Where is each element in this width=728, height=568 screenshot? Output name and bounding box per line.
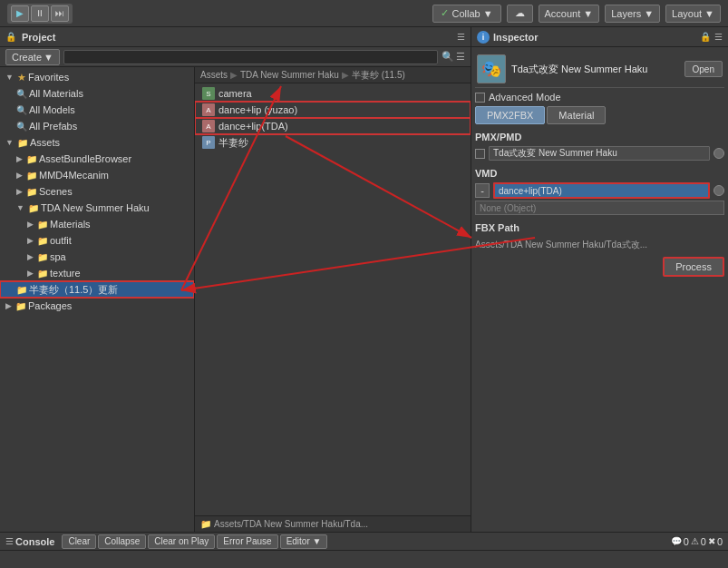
error-pause-button[interactable]: Error Pause — [217, 534, 277, 549]
file-status-bar: 📁 Assets/TDA New Summer Haku/Tda... — [195, 515, 471, 532]
create-button[interactable]: Create ▼ — [5, 49, 60, 65]
layers-button[interactable]: Layers ▼ — [605, 5, 660, 23]
cloud-button[interactable]: ☁ — [507, 5, 533, 23]
favorites-star-icon: ★ — [17, 72, 26, 83]
layout-dropdown-icon: ▼ — [704, 8, 714, 19]
all-prefabs-item[interactable]: 🔍 All Prefabs — [0, 118, 194, 134]
open-button[interactable]: Open — [684, 61, 723, 77]
error-count: ✖ 0 — [708, 536, 723, 547]
assets-arrow: ▼ — [5, 138, 14, 147]
mmd4mecanim-item[interactable]: ▶ 📁 MMD4Mecanim — [0, 167, 194, 183]
tda-folder-icon: 📁 — [28, 203, 39, 213]
project-header: 🔒 Project ☰ — [0, 27, 471, 47]
fbx-path-value: Assets/TDA New Summer Haku/Tda式改... — [475, 237, 724, 253]
editor-button[interactable]: Editor ▼ — [280, 534, 328, 549]
vmd-input[interactable]: dance+lip(TDA) — [493, 182, 710, 199]
clear-on-play-button[interactable]: Clear on Play — [148, 534, 215, 549]
file-dance-tda[interactable]: A dance+lip(TDA) — [195, 118, 471, 134]
checkmark-icon: ✓ — [441, 7, 449, 19]
spa-folder-icon: 📁 — [37, 252, 48, 262]
advanced-mode-row: Advanced Mode — [475, 92, 724, 103]
assets-section[interactable]: ▼ 📁 Assets — [0, 134, 194, 151]
console-status-icons: 💬 0 ⚠ 0 ✖ 0 — [671, 536, 723, 547]
packages-section[interactable]: ▶ 📁 Packages — [0, 298, 194, 314]
file-dance-yuzao[interactable]: A dance+lip (yuzao) — [195, 102, 471, 118]
pmx-field-row: Tda式改変 New Summer Haku — [475, 146, 724, 161]
vmd-section: VMD - dance+lip(TDA) None (Object) — [475, 168, 724, 215]
console-buttons: Clear Collapse Clear on Play Error Pause… — [62, 534, 327, 549]
breadcrumb: Assets ▶ TDA New Summer Haku ▶ 半妻纱 (11.5… — [195, 67, 471, 83]
fbx-section-header: FBX Path — [475, 222, 724, 233]
inspector-menu-icon[interactable]: ☰ — [714, 32, 723, 42]
file-camera[interactable]: S camera — [195, 85, 471, 102]
search-sm-icon2: 🔍 — [16, 105, 27, 115]
account-button[interactable]: Account ▼ — [539, 5, 600, 23]
project-options-icon[interactable]: ☰ — [457, 32, 465, 42]
all-models-item[interactable]: 🔍 All Models — [0, 102, 194, 118]
editor-dropdown-icon: ▼ — [313, 536, 322, 546]
assetbundlebrowser-item[interactable]: ▶ 📁 AssetBundleBrowser — [0, 151, 194, 167]
fbx-section: FBX Path Assets/TDA New Summer Haku/Tda式… — [475, 222, 724, 277]
warning-count: ⚠ 0 — [691, 536, 706, 547]
message-count: 💬 0 — [671, 536, 689, 547]
texture-folder-icon: 📁 — [37, 269, 48, 279]
layout-button[interactable]: Layout ▼ — [665, 5, 721, 23]
vmd-row: - dance+lip(TDA) — [475, 182, 724, 199]
search-sm-icon: 🔍 — [16, 89, 27, 99]
create-dropdown-icon: ▼ — [44, 52, 53, 63]
materials-item[interactable]: ▶ 📁 Materials — [0, 216, 194, 232]
account-dropdown-icon: ▼ — [583, 8, 593, 19]
tab-pmx2fbx[interactable]: PMX2FBX — [475, 106, 545, 124]
project-title: Project — [22, 32, 55, 43]
inspector-object-header: 🎭 Tda式改変 New Summer Haku Open — [475, 51, 724, 88]
assetbundle-folder-icon: 📁 — [26, 154, 37, 164]
file-status-icon: 📁 — [200, 519, 211, 529]
outfit-item[interactable]: ▶ 📁 outfit — [0, 232, 194, 249]
process-button[interactable]: Process — [663, 257, 724, 277]
packages-folder-icon: 📁 — [15, 301, 26, 311]
error-icon: ✖ — [708, 536, 715, 546]
anim-icon: A — [202, 103, 215, 116]
vmd-section-header: VMD — [475, 168, 724, 179]
object-icon: 🎭 — [477, 54, 506, 83]
file-list: S camera A dance+lip (yuzao) A dance+lip… — [195, 83, 471, 515]
spa-item[interactable]: ▶ 📁 spa — [0, 249, 194, 265]
advanced-mode-checkbox[interactable] — [475, 93, 485, 103]
search-input[interactable] — [63, 50, 438, 64]
dropdown-arrow-icon: ▼ — [483, 8, 493, 19]
vmd-dot-button[interactable] — [713, 185, 724, 196]
inspector-lock-icon[interactable]: 🔒 — [700, 32, 711, 42]
file-hansakusha[interactable]: P 半妻纱 — [195, 134, 471, 151]
collab-button[interactable]: ✓ Collab ▼ — [432, 5, 500, 23]
vmd-minus-button[interactable]: - — [475, 183, 490, 198]
tda-item[interactable]: ▼ 📁 TDA New Summer Haku — [0, 200, 194, 216]
message-icon: 💬 — [671, 536, 682, 546]
all-materials-item[interactable]: 🔍 All Materials — [0, 85, 194, 102]
pmx-dot-button[interactable] — [713, 148, 724, 159]
hansakusha-item[interactable]: 📁 半妻纱（11.5）更新 — [0, 281, 194, 298]
scenes-item[interactable]: ▶ 📁 Scenes — [0, 183, 194, 200]
search-icon[interactable]: 🔍 — [442, 51, 454, 63]
object-name: Tda式改変 New Summer Haku — [511, 63, 679, 76]
favorites-section[interactable]: ▼ ★ Favorites — [0, 69, 194, 85]
warning-icon: ⚠ — [691, 536, 699, 546]
clear-button[interactable]: Clear — [62, 534, 96, 549]
assets-folder-icon: 📁 — [17, 138, 28, 148]
step-button[interactable]: ⏭ — [51, 5, 69, 22]
texture-item[interactable]: ▶ 📁 texture — [0, 265, 194, 281]
scenes-folder-icon: 📁 — [26, 187, 37, 197]
filter-icon[interactable]: ☰ — [456, 51, 465, 63]
sidebar-tree: ▼ ★ Favorites 🔍 All Materials 🔍 All Mode… — [0, 67, 195, 532]
tab-material[interactable]: Material — [547, 106, 606, 124]
collapse-button[interactable]: Collapse — [98, 534, 146, 549]
favorites-arrow: ▼ — [5, 73, 14, 82]
play-button[interactable]: ▶ — [11, 5, 29, 22]
anim-icon2: A — [202, 120, 215, 132]
play-controls[interactable]: ▶ ⏸ ⏭ — [7, 4, 73, 24]
pause-button[interactable]: ⏸ — [31, 5, 49, 22]
inspector-tabs: PMX2FBX Material — [475, 106, 724, 124]
pmx-checkbox[interactable] — [475, 149, 485, 159]
scene-icon: S — [202, 87, 215, 100]
mmd-folder-icon: 📁 — [26, 171, 37, 181]
hansakusha-folder-icon: 📁 — [16, 285, 27, 295]
